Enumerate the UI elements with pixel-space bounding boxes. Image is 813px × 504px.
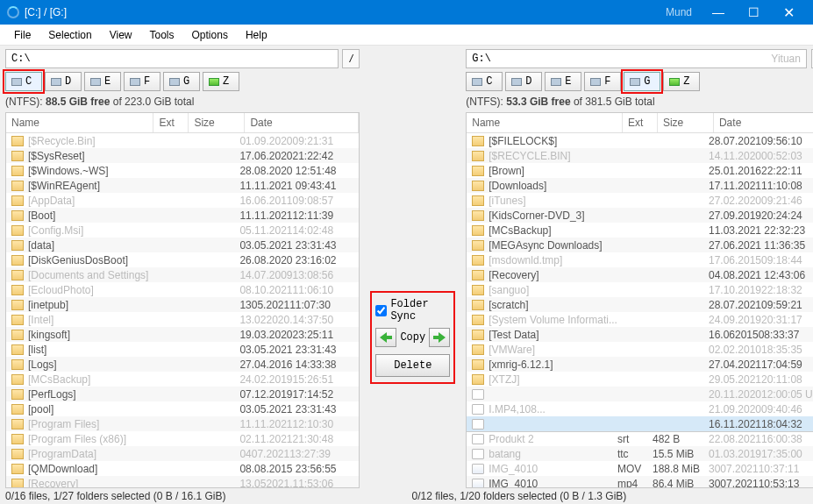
list-item[interactable]: [$RECYCLE.BIN]14.11.202000:52:03 [467,148,813,163]
list-item[interactable]: [KidsCorner-DVD_3]27.09.201920:24:24 [467,208,813,223]
drive-e[interactable]: E [84,72,121,91]
list-item[interactable]: [$SysReset]17.06.202021:22:42 [6,148,359,163]
list-item[interactable]: [$WinREAgent]11.11.2021 09:43:41 [6,178,359,193]
list-item[interactable]: [Boot]11.11.202112:11:39 [6,208,359,223]
menu-selection[interactable]: Selection [39,26,100,44]
folder-sync-checkbox[interactable] [375,305,387,316]
list-item[interactable]: [msdownld.tmp]17.06.201509:18:44 [467,252,813,267]
col-name[interactable]: Name [6,113,153,132]
list-item[interactable]: [pool]03.05.2021 23:31:43 [6,401,359,416]
delete-button[interactable]: Delete [375,354,450,377]
col-date[interactable]: Date [245,113,359,132]
list-item[interactable]: [Test Data]16.06201508:33:37 [467,327,813,342]
item-name: [KidsCorner-DVD_3] [489,209,617,222]
folder-icon [472,270,484,280]
folder-icon [11,166,24,176]
list-item[interactable]: [MEGAsync Downloads]27.06.2021 11:36:35 [467,238,813,252]
list-item[interactable]: 16.11.202118:04:32 [467,416,813,431]
list-item[interactable]: [VMWare]02.02.201018:35:35 [467,342,813,357]
list-item[interactable]: [scratch]28.07.202109:59:21 [467,297,813,312]
list-item[interactable]: [Recovery]13.052021.11:53:06 [6,476,359,488]
list-item[interactable]: batangttc15.5 MiB01.03.201917:35:00 [467,446,813,461]
col-size[interactable]: Size [658,113,714,132]
copy-right-button[interactable] [429,328,450,347]
list-item[interactable]: [PerfLogs]07.12.201917:14:52 [6,387,359,401]
list-item[interactable]: IMG_4010mp486.4 MiB3007.202110:53:13 [467,476,813,488]
list-item[interactable]: [inetpub]1305.202111:07:30 [6,297,359,312]
list-item[interactable]: [$Recycle.Bin]01.09.202009:21:31 [6,133,359,148]
list-item[interactable]: [$Windows.~WS]28.08.2020 12:51:48 [6,163,359,178]
minimize-button[interactable]: — [701,0,736,25]
maximize-button[interactable]: ☐ [736,0,771,25]
list-item[interactable]: [MCsBackup]24.02.201915:26:51 [6,372,359,387]
list-item[interactable]: [EcloudPhoto]08.10.202111:06:10 [6,282,359,297]
list-item[interactable]: [XTZJ]29.05.202120:11:08 [467,372,813,387]
list-item[interactable]: [data]03.05.2021 23:31:43 [6,238,359,252]
folder-icon [11,255,24,266]
item-name: [Boot] [28,209,148,222]
col-ext[interactable]: Ext [623,113,658,132]
list-item[interactable]: [Program Files (x86)]02.11.202121:30:48 [6,431,359,446]
drive-g[interactable]: G [624,72,660,91]
left-file-list[interactable]: Name Ext Size Date [$Recycle.Bin]01.09.2… [5,112,360,488]
drive-c[interactable]: C [466,72,503,91]
list-item[interactable]: [sanguo]17.10.201922:18:32 [467,282,813,297]
menu-tools[interactable]: Tools [141,26,183,44]
list-item[interactable]: [list]03.05.2021 23:31:43 [6,342,359,357]
folder-icon [11,210,24,221]
list-item[interactable]: [ProgramData]0407.202113:27:39 [6,446,359,461]
list-item[interactable]: IMG_4010MOV188.8 MiB3007.202110:37:11 [467,461,813,476]
col-ext[interactable]: Ext [153,113,189,132]
item-name: [MCsBackup] [28,373,148,386]
menu-options[interactable]: Options [183,26,237,44]
list-item[interactable]: [QMDownload]08.08.2015 23:56:55 [6,461,359,476]
list-item[interactable]: [Documents and Settings]14.07.200913:08:… [6,267,359,282]
col-name[interactable]: Name [467,113,623,132]
item-ext: srt [617,433,653,445]
list-item[interactable]: [iTunes]27.02.202009:21:46 [467,193,813,208]
drive-g[interactable]: G [163,72,200,91]
col-size[interactable]: Size [189,113,245,132]
right-file-list[interactable]: Name Ext Size Date [$FILELOCK$]28.07.202… [466,112,813,488]
menu-help[interactable]: Help [237,26,276,44]
menu-view[interactable]: View [101,26,141,44]
list-item[interactable]: [Config.Msi]05.11.202114:02:48 [6,223,359,238]
drive-e[interactable]: E [545,72,581,91]
item-name: [$Recycle.Bin] [28,135,148,147]
drive-f[interactable]: F [124,72,160,91]
left-path-input[interactable] [5,49,339,68]
copy-left-button[interactable] [375,328,396,347]
left-status: 0/16 files, 1/27 folders selected (0 B /… [0,488,407,504]
list-item[interactable]: [Intel]13.022020.14:37:50 [6,312,359,327]
left-terminal-button[interactable]: / [342,49,360,68]
drive-icon [90,78,101,86]
drive-d[interactable]: D [505,72,542,91]
list-item[interactable]: [Recovery]04.08.2021 12:43:06 [467,267,813,282]
list-item[interactable]: I.MP4,108...21.09.202009:40:46 [467,401,813,416]
drive-c[interactable]: C [5,72,42,91]
list-item[interactable]: [Downloads]17.11.202111:10:08 [467,178,813,193]
drive-z[interactable]: Z [203,72,239,91]
list-item[interactable]: Produkt 2srt482 B22.08.202116:00:38 [467,431,813,446]
item-date: 01.09.202009:21:31 [239,135,353,147]
list-item[interactable]: [kingsoft]19.03.202023:25:11 [6,327,359,342]
list-item[interactable]: [Logs]27.04.2016 14:33:38 [6,357,359,372]
drive-z[interactable]: Z [663,72,700,91]
drive-f[interactable]: F [584,72,621,91]
right-path-input[interactable] [466,49,807,68]
col-date[interactable]: Date [714,113,813,132]
list-item[interactable]: [DiskGeniusDosBoot]26.08.2020 23:16:02 [6,252,359,267]
list-item[interactable]: [AppData]16.06.201109:08:57 [6,193,359,208]
list-item[interactable]: [$FILELOCK$]28.07.202109:56:10 [467,133,813,148]
list-item[interactable]: [System Volume Informati...24.09.201920:… [467,312,813,327]
menu-file[interactable]: File [5,26,39,44]
drive-d[interactable]: D [45,72,82,91]
list-item[interactable]: [Brown]25.01.201622:22:11 [467,163,813,178]
list-item[interactable]: [Program Files]11.11.202112:10:30 [6,416,359,431]
list-item[interactable]: [xmrig-6.12.1]27.04.202117:04:59 [467,357,813,372]
folder-icon [11,240,24,251]
item-date: 27.04.2016 14:33:38 [239,358,353,371]
list-item[interactable]: [MCsBackup]11.03.2021 22:32:23 [467,223,813,238]
close-button[interactable]: ✕ [771,0,806,25]
list-item[interactable]: 20.11.202012:00:05 Uhr [467,387,813,401]
